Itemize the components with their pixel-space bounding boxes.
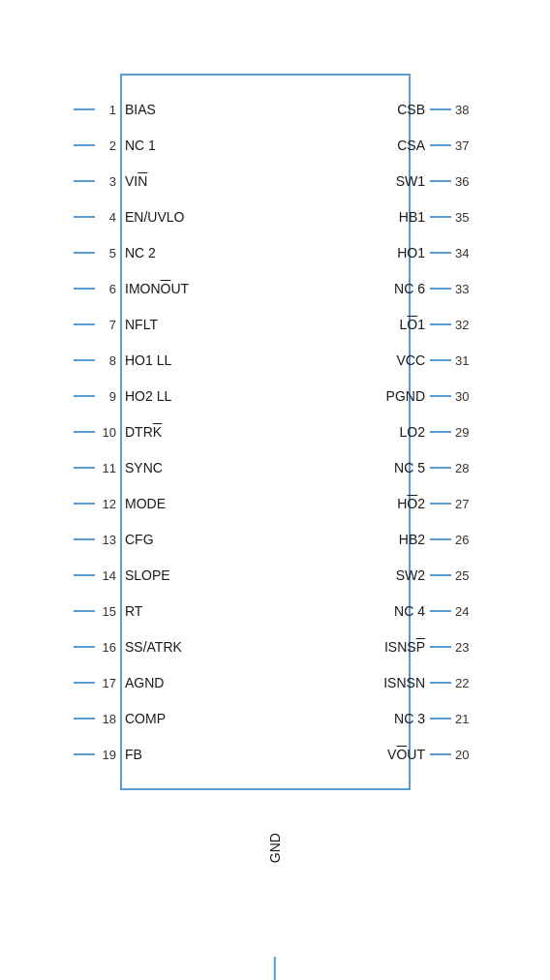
pin-label-right-28: NC 5	[394, 450, 425, 485]
pin-stub-left-19	[74, 753, 95, 755]
pin-stub-left-8	[74, 359, 95, 361]
pin-number-right-24: 24	[455, 604, 476, 619]
pin-number-right-31: 31	[455, 353, 476, 368]
pin-stub-left-12	[74, 503, 95, 505]
pin-left-7: 7	[43, 307, 120, 342]
pin-right-31: 31	[430, 343, 507, 378]
pin-left-16: 16	[43, 629, 120, 664]
pin-left-2: 2	[43, 128, 120, 163]
pin-stub-right-27	[430, 503, 451, 505]
pin-label-left-12: MODE	[125, 486, 166, 521]
pin-number-right-22: 22	[455, 676, 476, 690]
pin-stub-right-38	[430, 108, 451, 110]
pin-right-30: 30	[430, 379, 507, 413]
pin-right-27: 27	[430, 486, 507, 521]
pin-label-right-30: PGND	[386, 379, 425, 413]
pin-stub-right-22	[430, 682, 451, 684]
pin-label-left-10: DTRK	[125, 414, 162, 449]
pin-right-35: 35	[430, 199, 507, 234]
pin-number-right-35: 35	[455, 210, 476, 225]
pin-stub-left-1	[74, 108, 95, 110]
pin-stub-left-7	[74, 323, 95, 325]
pin-left-4: 4	[43, 199, 120, 234]
pin-label-left-4: EN/UVLO	[125, 199, 184, 234]
pin-right-20: 20	[430, 737, 507, 772]
pin-right-33: 33	[430, 271, 507, 306]
pin-stub-left-10	[74, 431, 95, 433]
ic-wrapper: 12345678910111213141516171819 3837363534…	[43, 25, 507, 955]
pin-label-right-20: VOUT	[387, 737, 425, 772]
pin-bottom-stub	[274, 957, 276, 980]
pin-stub-left-5	[74, 252, 95, 254]
pin-stub-right-32	[430, 323, 451, 325]
pin-stub-right-35	[430, 216, 451, 218]
pin-left-13: 13	[43, 522, 120, 557]
pins-left: 12345678910111213141516171819	[43, 74, 120, 790]
pin-number-left-9: 9	[95, 389, 116, 404]
pin-right-29: 29	[430, 414, 507, 449]
pin-right-37: 37	[430, 128, 507, 163]
pin-left-11: 11	[43, 450, 120, 485]
pin-label-left-18: COMP	[125, 701, 166, 736]
pin-label-left-16: SS/ATRK	[125, 629, 182, 664]
pin-left-15: 15	[43, 594, 120, 628]
pin-stub-left-14	[74, 574, 95, 576]
pin-left-14: 14	[43, 558, 120, 593]
pin-right-38: 38	[430, 92, 507, 127]
pin-number-left-5: 5	[95, 246, 116, 260]
pin-right-25: 25	[430, 558, 507, 593]
pin-number-right-20: 20	[455, 748, 476, 762]
pin-number-right-23: 23	[455, 640, 476, 655]
gnd-label: GND	[267, 833, 283, 863]
pin-right-21: 21	[430, 701, 507, 736]
pin-stub-right-20	[430, 753, 451, 755]
pin-label-right-27: HO2	[397, 486, 425, 521]
pin-label-left-7: NFLT	[125, 307, 158, 342]
pin-stub-right-34	[430, 252, 451, 254]
pin-left-8: 8	[43, 343, 120, 378]
pin-number-left-18: 18	[95, 712, 116, 726]
pin-stub-right-36	[430, 180, 451, 182]
pins-right: 38373635343332313029282726252423222120	[430, 74, 507, 790]
pin-stub-right-24	[430, 610, 451, 612]
pin-stub-right-29	[430, 431, 451, 433]
pin-label-right-29: LO2	[400, 414, 425, 449]
pin-right-24: 24	[430, 594, 507, 628]
pin-right-26: 26	[430, 522, 507, 557]
pin-number-left-16: 16	[95, 640, 116, 655]
pin-right-23: 23	[430, 629, 507, 664]
pin-label-left-17: AGND	[125, 665, 164, 700]
pin-label-right-25: SW2	[396, 558, 425, 593]
pin-number-left-17: 17	[95, 676, 116, 690]
pin-left-9: 9	[43, 379, 120, 413]
pin-number-right-36: 36	[455, 174, 476, 189]
pin-label-right-24: NC 4	[394, 594, 425, 628]
pin-left-10: 10	[43, 414, 120, 449]
pin-left-17: 17	[43, 665, 120, 700]
pin-label-left-19: FB	[125, 737, 142, 772]
pin-stub-right-25	[430, 574, 451, 576]
pin-number-right-37: 37	[455, 138, 476, 153]
pin-number-left-15: 15	[95, 604, 116, 619]
pin-number-right-29: 29	[455, 425, 476, 440]
pin-label-left-15: RT	[125, 594, 142, 628]
pin-label-right-37: CSA	[397, 128, 425, 163]
pin-label-left-14: SLOPE	[125, 558, 170, 593]
pin-label-left-13: CFG	[125, 522, 154, 557]
pin-label-right-23: ISNSP	[384, 629, 425, 664]
pin-label-right-34: HO1	[397, 235, 425, 270]
pin-number-left-1: 1	[95, 103, 116, 117]
pin-label-left-3: VIN	[125, 164, 147, 199]
pin-stub-left-11	[74, 467, 95, 469]
pin-label-right-26: HB2	[399, 522, 425, 557]
pin-stub-right-21	[430, 718, 451, 720]
pin-label-right-32: LO1	[400, 307, 425, 342]
pin-bottom: 39	[268, 957, 282, 980]
pin-number-left-7: 7	[95, 318, 116, 332]
pin-right-36: 36	[430, 164, 507, 199]
pin-stub-left-3	[74, 180, 95, 182]
pin-stub-left-16	[74, 646, 95, 648]
pin-label-left-6: IMONOUT	[125, 271, 189, 306]
pin-right-22: 22	[430, 665, 507, 700]
pin-label-left-8: HO1 LL	[125, 343, 171, 378]
